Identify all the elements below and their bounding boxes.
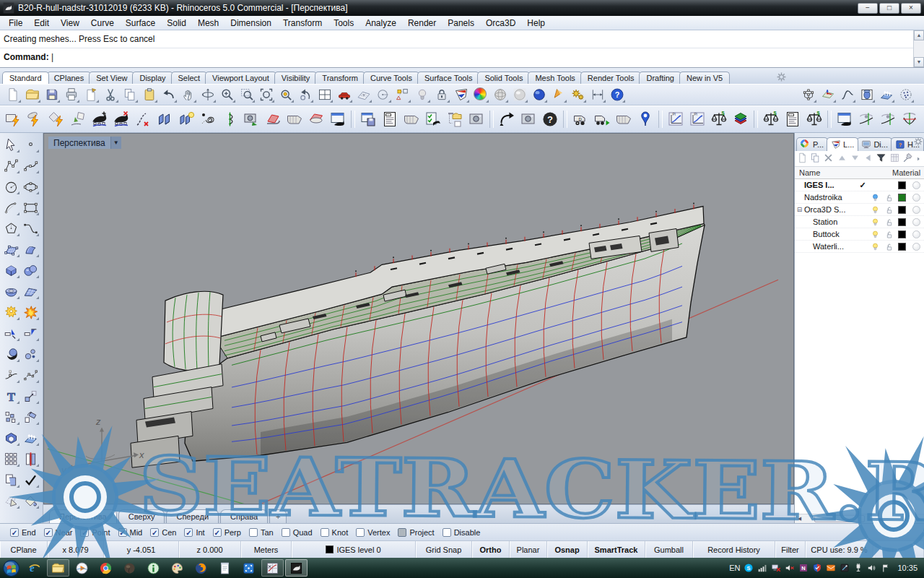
layer-row-orca3ds[interactable]: ⊟Orca3D S... bbox=[795, 204, 924, 216]
checkbox-perp[interactable]: ✓ bbox=[213, 528, 222, 537]
bulb-yellow-icon[interactable] bbox=[868, 242, 882, 251]
checkbox-point[interactable]: ✓ bbox=[80, 528, 89, 537]
toolbar-tab-new-in-v5[interactable]: New in V5 bbox=[679, 72, 730, 84]
osnap-tan[interactable]: Tan bbox=[249, 528, 274, 537]
panel-tab-display[interactable]: Di... bbox=[857, 137, 892, 151]
rotate-button[interactable] bbox=[22, 407, 40, 426]
boolean-union-button[interactable] bbox=[2, 303, 21, 322]
tray-muted-speaker-icon[interactable] bbox=[785, 563, 795, 573]
osnap-quad[interactable]: Quad bbox=[282, 528, 313, 537]
checkbox-vertex[interactable] bbox=[356, 528, 365, 537]
checkbox-end[interactable]: ✓ bbox=[10, 528, 19, 537]
checkbox-cen[interactable]: ✓ bbox=[150, 528, 159, 537]
scrollbar-thumb[interactable] bbox=[814, 515, 865, 522]
single-point-button[interactable] bbox=[22, 135, 40, 154]
dimension-button[interactable] bbox=[588, 85, 607, 104]
render-cone-button[interactable] bbox=[549, 85, 568, 104]
taskbar-earth-app[interactable] bbox=[118, 559, 141, 577]
move-up-button[interactable] bbox=[837, 152, 847, 165]
material-ball[interactable] bbox=[908, 194, 924, 202]
circle-button[interactable] bbox=[2, 177, 21, 196]
lock-open-icon[interactable] bbox=[882, 230, 896, 239]
osnap-int[interactable]: ✓Int bbox=[184, 528, 204, 537]
orca-cart-run-button[interactable] bbox=[591, 108, 613, 131]
panel-horizontal-scrollbar[interactable]: ◀ ▶ bbox=[795, 514, 924, 523]
menu-view[interactable]: View bbox=[55, 17, 85, 30]
group-button[interactable] bbox=[2, 407, 21, 426]
point-group-button[interactable] bbox=[22, 345, 40, 363]
taskbar-internet-explorer[interactable]: e bbox=[23, 559, 45, 577]
menu-panels[interactable]: Panels bbox=[442, 17, 480, 30]
taskbar-blue-app[interactable] bbox=[237, 559, 260, 577]
material-ball[interactable] bbox=[908, 218, 924, 226]
checkbox-disable[interactable] bbox=[443, 528, 451, 537]
panel-tab-properties[interactable]: P... bbox=[796, 137, 828, 151]
tray-onenote-icon[interactable]: N bbox=[798, 563, 808, 573]
surface-direction-button[interactable] bbox=[876, 85, 896, 104]
zoom-dynamic-button[interactable] bbox=[217, 85, 237, 104]
select-pointer-button[interactable] bbox=[2, 135, 21, 154]
taskbar-media-player[interactable] bbox=[71, 559, 93, 577]
orca-weight-2-button[interactable]: $ bbox=[803, 108, 825, 131]
rotate-view-button[interactable] bbox=[198, 85, 217, 104]
lock-button[interactable] bbox=[432, 85, 451, 104]
taskbar-paint[interactable] bbox=[166, 559, 188, 577]
extrude-button[interactable] bbox=[22, 428, 40, 447]
arc-button[interactable] bbox=[2, 198, 21, 217]
status-z-0-000[interactable]: z 0.000 bbox=[179, 541, 241, 558]
orca-plane-red-button[interactable] bbox=[305, 108, 327, 131]
orca-surface-light-button[interactable] bbox=[175, 108, 197, 131]
menu-curve[interactable]: Curve bbox=[85, 17, 120, 30]
trim-button[interactable] bbox=[2, 324, 21, 342]
status-cplane[interactable]: CPlane bbox=[0, 541, 48, 558]
curve-blend-button[interactable] bbox=[22, 219, 40, 238]
named-view-button[interactable] bbox=[334, 85, 354, 104]
orca-hull-grey-button[interactable] bbox=[284, 108, 305, 131]
split-button[interactable] bbox=[22, 324, 40, 342]
orca-cart-button[interactable]: D bbox=[570, 108, 591, 131]
checkbox-mid[interactable]: ✓ bbox=[118, 528, 127, 537]
orca-spiral-button[interactable] bbox=[197, 108, 219, 131]
save-file-button[interactable] bbox=[42, 85, 61, 104]
move-down-button[interactable] bbox=[850, 152, 860, 165]
orca-photo-button[interactable] bbox=[466, 108, 487, 131]
toolbar-tab-render-tools[interactable]: Render Tools bbox=[580, 72, 642, 84]
extract-isocurve-button[interactable] bbox=[857, 85, 876, 104]
orca-scale-dollar-button[interactable]: $ bbox=[708, 108, 730, 131]
box-edit-button[interactable] bbox=[798, 85, 818, 104]
maximize-button[interactable]: □ bbox=[879, 3, 899, 14]
surface-loft-button[interactable] bbox=[22, 240, 40, 259]
layer-row-igesi[interactable]: IGES I...✓ bbox=[795, 179, 924, 191]
toolbar-tab-transform[interactable]: Transform bbox=[315, 72, 365, 84]
tray-dark-tool-icon[interactable] bbox=[840, 563, 850, 573]
rotate-cplane-button[interactable] bbox=[373, 85, 393, 104]
osnap-disable[interactable]: Disable bbox=[443, 528, 481, 537]
viewport-layout-button[interactable] bbox=[315, 85, 334, 104]
osnap-knot[interactable]: Knot bbox=[321, 528, 349, 537]
orca-save-window-button[interactable] bbox=[357, 108, 379, 131]
array-button[interactable] bbox=[2, 449, 21, 468]
toolbar-tab-solid-tools[interactable]: Solid Tools bbox=[477, 72, 530, 84]
explode-button[interactable] bbox=[22, 303, 40, 322]
tray-skype-icon[interactable]: S bbox=[744, 563, 754, 573]
visibility-bucket-button[interactable] bbox=[22, 491, 40, 510]
layer-row-waterli[interactable]: Waterli... bbox=[795, 241, 924, 253]
orca-eye-curve-1-button[interactable] bbox=[855, 108, 877, 131]
orca-surface-drop-button[interactable] bbox=[67, 108, 89, 131]
status-osnap[interactable]: Osnap bbox=[547, 541, 588, 558]
toolbar-tab-display[interactable]: Display bbox=[132, 72, 173, 84]
status-ortho[interactable]: Ortho bbox=[472, 541, 510, 558]
orca-check-run-button[interactable] bbox=[422, 108, 444, 131]
adjust-curve-button[interactable] bbox=[2, 366, 21, 384]
layer-row-buttock[interactable]: Buttock bbox=[795, 228, 924, 241]
status-filter[interactable]: Filter bbox=[775, 541, 806, 558]
check-select-button[interactable] bbox=[22, 470, 40, 489]
orca-eye-v-button[interactable] bbox=[899, 108, 920, 131]
layer-color-swatch[interactable] bbox=[896, 194, 908, 202]
scroll-right-icon[interactable]: ▶ bbox=[915, 514, 924, 523]
toolbar-tab-drafting[interactable]: Drafting bbox=[639, 72, 681, 84]
orca-photo-2-button[interactable] bbox=[518, 108, 539, 131]
toolbar-tab-select[interactable]: Select bbox=[171, 72, 208, 84]
start-button[interactable] bbox=[2, 559, 20, 577]
surface-network-button[interactable] bbox=[22, 282, 40, 301]
